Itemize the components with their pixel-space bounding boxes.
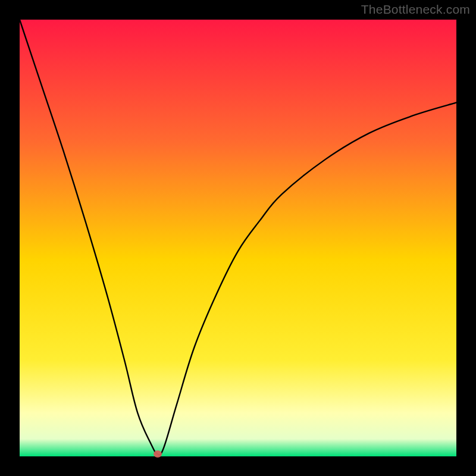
chart-frame: TheBottleneck.com — [0, 0, 476, 476]
plot-area — [20, 20, 456, 456]
minimum-marker — [154, 450, 162, 458]
chart-canvas — [0, 0, 476, 476]
watermark-text: TheBottleneck.com — [361, 2, 470, 17]
